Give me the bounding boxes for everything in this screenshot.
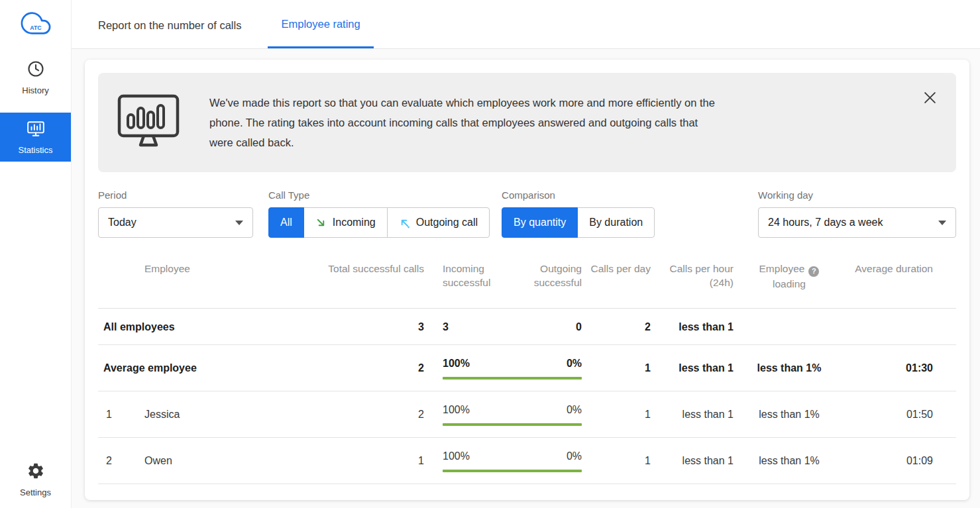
button-label: By duration: [589, 217, 643, 229]
call-type-label: Call Type: [268, 189, 490, 201]
chevron-down-icon: [938, 221, 946, 225]
loading-value: less than 1%: [734, 437, 845, 483]
call-type-outgoing-button[interactable]: Outgoing call: [387, 207, 490, 238]
total-calls-value: 3: [280, 308, 424, 344]
incoming-arrow-icon: [315, 217, 327, 229]
employee-name: All employees: [98, 308, 280, 344]
outgoing-value: 0%: [567, 450, 582, 462]
sidebar-item-history[interactable]: History: [0, 52, 71, 102]
calls-per-hour-value: less than 1: [651, 437, 734, 483]
incoming-outgoing-cell: 100% 0%: [424, 437, 582, 483]
comparison-by-quantity-button[interactable]: By quantity: [502, 207, 578, 238]
col-calls-per-hour: Calls per hour (24h): [651, 262, 734, 308]
comparison-label: Comparison: [502, 189, 655, 201]
incoming-outgoing-cell: 100% 0%: [424, 344, 582, 391]
table-row-owen: 2 Owen 1 100% 0% 1 less tha: [98, 437, 956, 483]
col-label: loading: [734, 277, 845, 291]
employee-name: Jessica: [127, 391, 280, 437]
calls-per-day-value: 1: [582, 437, 651, 483]
app-root: ATC History Statistics: [0, 0, 980, 508]
table-row-jessica: 1 Jessica 2 100% 0% 1 less: [98, 391, 956, 437]
calls-per-hour-value: less than 1: [651, 391, 734, 437]
tab-bar: Report on the number of calls Employee r…: [72, 0, 980, 49]
calls-per-hour-value: less than 1: [651, 344, 734, 391]
working-day-value: 24 hours, 7 days a week: [768, 217, 883, 229]
tab-label: Employee rating: [281, 18, 360, 30]
call-type-segment: All Incoming: [268, 207, 490, 238]
sidebar: ATC History Statistics: [0, 0, 72, 508]
col-average-duration: Average duration: [845, 262, 956, 308]
col-rank: [98, 262, 127, 308]
col-outgoing-successful: Outgoing successful: [503, 262, 582, 308]
period-select[interactable]: Today: [98, 207, 253, 238]
incoming-value: 100%: [443, 450, 470, 462]
total-calls-value: 2: [280, 344, 424, 391]
employee-name: Average employee: [98, 344, 280, 391]
outgoing-arrow-icon: [399, 217, 410, 229]
tab-report-number-of-calls[interactable]: Report on the number of calls: [85, 0, 254, 48]
period-filter: Period Today: [98, 189, 253, 238]
filters-row: Period Today Call Type All: [98, 189, 956, 238]
incoming-value: 3: [443, 321, 449, 333]
incoming-outgoing-cell: 100% 0%: [424, 391, 582, 437]
calls-per-day-value: 1: [582, 344, 651, 391]
chevron-down-icon: [235, 221, 243, 225]
sidebar-item-label: Settings: [20, 487, 51, 497]
calls-per-day-value: 2: [582, 308, 651, 344]
duration-value: [845, 308, 956, 344]
employee-name: Owen: [127, 437, 280, 483]
banner-text: We've made this report so that you can e…: [209, 93, 720, 152]
duration-value: 01:50: [845, 391, 956, 437]
period-value: Today: [108, 217, 136, 229]
comparison-filter: Comparison By quantity By duration: [502, 189, 655, 238]
loading-value: less than 1%: [734, 344, 845, 391]
period-label: Period: [98, 189, 253, 201]
cloud-icon: ATC: [17, 8, 54, 38]
col-total-successful: Total successful calls: [280, 262, 424, 308]
incoming-share-bar: [443, 377, 582, 380]
button-label: All: [280, 217, 292, 229]
calls-per-hour-value: less than 1: [651, 308, 734, 344]
duration-value: 01:09: [845, 437, 956, 483]
close-icon[interactable]: [921, 89, 939, 107]
incoming-value: 100%: [443, 404, 470, 416]
rank-value: 2: [98, 437, 127, 483]
incoming-value: 100%: [443, 358, 470, 370]
monitor-chart-icon: [117, 93, 180, 152]
table-row-all-employees: All employees 3 3 0 2 less than 1: [98, 308, 956, 344]
comparison-by-duration-button[interactable]: By duration: [577, 207, 655, 238]
col-calls-per-day: Calls per day: [582, 262, 651, 308]
incoming-share-bar: [443, 423, 582, 426]
sidebar-item-settings[interactable]: Settings: [0, 454, 71, 504]
outgoing-value: 0: [576, 321, 582, 333]
incoming-share-bar: [443, 470, 582, 472]
atc-cloud-logo[interactable]: ATC: [17, 8, 54, 41]
main-area: Report on the number of calls Employee r…: [72, 0, 980, 508]
bar-chart-icon: [27, 121, 45, 140]
loading-value: less than 1%: [734, 391, 845, 437]
call-type-filter: Call Type All Inc: [268, 189, 490, 238]
working-day-select[interactable]: 24 hours, 7 days a week: [758, 207, 956, 238]
outgoing-value: 0%: [567, 404, 582, 416]
sidebar-item-statistics[interactable]: Statistics: [0, 113, 71, 162]
call-type-all-button[interactable]: All: [268, 207, 304, 238]
rank-value: 1: [98, 391, 127, 437]
gear-icon: [27, 462, 45, 483]
col-employee: Employee: [127, 262, 280, 308]
working-day-filter: Working day 24 hours, 7 days a week: [758, 189, 956, 238]
call-type-incoming-button[interactable]: Incoming: [303, 207, 388, 238]
col-incoming-successful: Incoming successful: [424, 262, 503, 308]
content-area: We've made this report so that you can e…: [72, 49, 980, 508]
employee-rating-table: Employee Total successful calls Incoming…: [98, 262, 956, 484]
tab-employee-rating[interactable]: Employee rating: [268, 0, 373, 48]
outgoing-value: 0%: [567, 358, 582, 370]
clock-icon: [27, 60, 45, 81]
sidebar-item-label: History: [22, 85, 48, 95]
comparison-segment: By quantity By duration: [502, 207, 655, 238]
total-calls-value: 2: [280, 391, 424, 437]
tab-label: Report on the number of calls: [98, 19, 241, 32]
help-icon[interactable]: ?: [808, 266, 819, 277]
calls-per-day-value: 1: [582, 391, 651, 437]
col-label: Employee: [759, 263, 805, 274]
working-day-label: Working day: [758, 189, 956, 201]
